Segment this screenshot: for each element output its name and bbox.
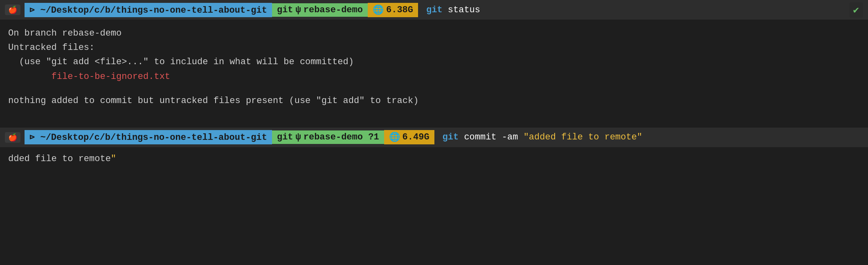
branch-name-1: rebase-demo [304,5,363,15]
git-label-1: git [277,5,293,15]
wrapped-line: dded file to remote" [8,154,116,164]
command-segment-1: git status [421,3,485,17]
spacer-1 [8,84,860,94]
mem-value-2: 6.49G [403,132,430,142]
git-segment-2: git ψ rebase-demo ?1 [272,130,384,144]
command-text-1: status [448,5,480,15]
terminal-output-1: On branch rebase-demo Untracked files: (… [0,20,868,115]
checkmark-1: ✔ [849,2,863,18]
path-segment-1: ⊳ ~/Desktop/c/b/things-no-one-tell-about… [25,3,272,17]
prompt-bar-1: 🍎 ⊳ ~/Desktop/c/b/things-no-one-tell-abo… [0,0,868,20]
output-line-4: file-to-be-ignored.txt [8,70,860,84]
output-line-6: nothing added to commit but untracked fi… [8,94,860,108]
command-git-2: git [443,132,459,142]
git-branch-icon-1: ψ [296,5,301,15]
command-git-1: git [426,5,443,15]
branch-name-2: rebase-demo ?1 [304,132,379,142]
output-line-3: (use "git add <file>..." to include in w… [8,55,860,69]
path-segment-2: ⊳ ~/Desktop/c/b/things-no-one-tell-about… [25,130,272,144]
mem-segment-1: 🌐 6.38G [368,3,418,17]
mem-icon-1: 🌐 [373,4,384,16]
spacer-between [0,115,868,124]
prompt-bar-2: 🍎 ⊳ ~/Desktop/c/b/things-no-one-tell-abo… [0,128,868,147]
command-string-2: "added file to remote" [524,132,642,142]
mem-segment-2: 🌐 6.49G [384,130,434,144]
terminal-container: 🍎 ⊳ ~/Desktop/c/b/things-no-one-tell-abo… [0,0,868,265]
git-label-2: git [277,132,293,142]
mem-icon-2: 🌐 [389,132,400,143]
wrap-quote-close: " [111,154,116,164]
terminal-output-2: dded file to remote" [0,147,868,171]
wrap-prefix: dded file to remote [8,154,111,164]
apple-icon-1: 🍎 [5,4,20,15]
mem-value-1: 6.38G [386,5,413,15]
command-segment-2: git commit -am "added file to remote" [438,130,648,144]
output-line-2: Untracked files: [8,40,860,55]
git-segment-1: git ψ rebase-demo [272,3,368,17]
apple-icon-2: 🍎 [5,132,20,143]
output-line-1: On branch rebase-demo [8,26,860,40]
git-branch-icon-2: ψ [296,132,301,142]
command-text-2: commit -am [464,132,523,142]
